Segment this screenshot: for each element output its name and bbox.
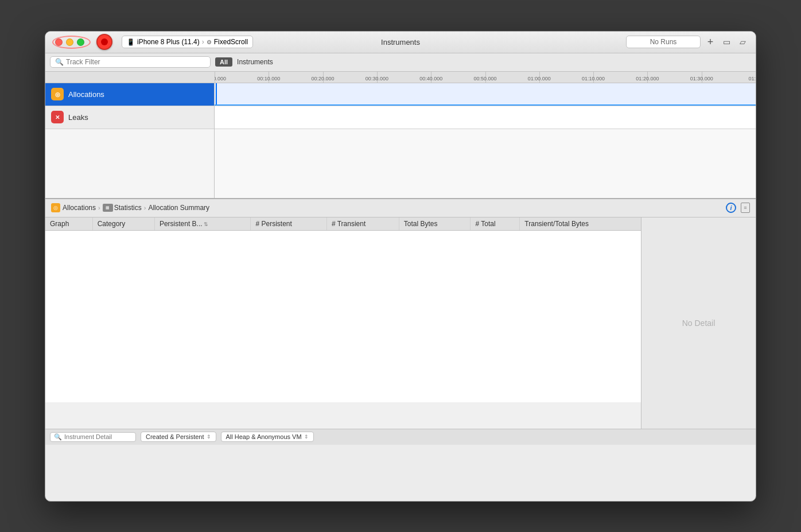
allocations-track-row [215, 83, 756, 106]
tracks-empty-sidebar [45, 129, 214, 198]
chevron-right-icon: › [202, 38, 204, 46]
view-mode-2-button[interactable]: ▱ [736, 36, 749, 48]
col-num-transient: # Transient [326, 218, 399, 231]
breadcrumb-sep-1: › [98, 204, 100, 211]
allocations-icon: ◎ [51, 88, 64, 100]
heap-filter-arrow: ⇕ [304, 434, 309, 440]
col-num-total: # Total [471, 218, 520, 231]
col-transient-total: Transient/Total Bytes [520, 218, 641, 231]
record-button[interactable] [96, 34, 112, 50]
table-body [45, 230, 641, 402]
ruler-tick-label: 00:40.000 [419, 76, 442, 81]
target-label: FixedScroll [214, 38, 248, 46]
ruler-tick-label: 00:10.000 [257, 76, 280, 81]
heap-filter-label: All Heap & Anonymous VM [226, 433, 302, 440]
track-leaks[interactable]: ✕ Leaks [45, 106, 214, 129]
no-detail-label: No Detail [682, 319, 716, 328]
info-button[interactable]: i [726, 203, 736, 213]
table-main[interactable]: Graph Category Persistent B...⇅ # Persis… [45, 218, 641, 429]
search-icon: 🔍 [55, 58, 64, 66]
allocations-track-line [215, 83, 756, 106]
col-persistent-bytes[interactable]: Persistent B...⇅ [154, 218, 251, 231]
ruler-tick-label: 00:30.000 [365, 76, 388, 81]
tracks-container: ◎ Allocations ✕ Leaks [45, 83, 756, 198]
close-button[interactable] [55, 38, 63, 46]
detail-panel: No Detail [641, 218, 756, 429]
timeline-ruler: 00:00.00000:10.00000:20.00000:30.00000:4… [45, 72, 756, 83]
doc-lines-icon: ≡ [744, 205, 746, 211]
instruments-window: 📱 iPhone 8 Plus (11.4) › ⚙ FixedScroll I… [45, 31, 756, 502]
breadcrumb-icon: ◎ [51, 203, 60, 212]
cpu-icon: ⚙ [207, 39, 212, 45]
instrument-detail-input[interactable] [64, 433, 132, 440]
breadcrumb-sep-2: › [144, 204, 146, 211]
ruler-tick-label: 01:10.000 [582, 76, 605, 81]
tracks-sidebar: ◎ Allocations ✕ Leaks [45, 83, 215, 198]
search-box: 🔍 [50, 56, 211, 68]
export-button[interactable]: ≡ [741, 203, 750, 213]
leaks-track-row [215, 106, 756, 129]
all-filter-button[interactable]: All [215, 57, 232, 67]
persistence-filter-button[interactable]: Created & Persistent ⇕ [141, 432, 216, 442]
titlebar: 📱 iPhone 8 Plus (11.4) › ⚙ FixedScroll I… [45, 32, 756, 53]
col-graph: Graph [45, 218, 92, 231]
detail-header-right: i ≡ [726, 203, 750, 213]
ruler-tick-label: 00:00.000 [215, 76, 226, 81]
col-num-persistent: # Persistent [251, 218, 326, 231]
breadcrumb: ◎ Allocations › ▦ Statistics › Allocatio… [51, 203, 209, 212]
bottom-search-icon: 🔍 [54, 433, 62, 441]
track-allocations[interactable]: ◎ Allocations [45, 83, 214, 106]
maximize-button[interactable] [77, 38, 84, 46]
persistence-filter-arrow: ⇕ [207, 434, 211, 440]
statistics-icon: ▦ [103, 204, 113, 212]
allocations-table: Graph Category Persistent B...⇅ # Persis… [45, 218, 641, 403]
device-selector[interactable]: 📱 iPhone 8 Plus (11.4) › ⚙ FixedScroll [122, 36, 253, 48]
table-container: Graph Category Persistent B...⇅ # Persis… [45, 218, 756, 429]
breadcrumb-statistics[interactable]: Statistics [114, 204, 142, 212]
view-mode-1-button[interactable]: ▭ [720, 36, 733, 48]
traffic-light-ring [52, 36, 91, 49]
persistence-filter-label: Created & Persistent [146, 433, 204, 440]
record-icon [101, 38, 108, 45]
toolbar: 🔍 All Instruments [45, 53, 756, 72]
leaks-label: Leaks [68, 113, 88, 122]
tracks-timeline[interactable] [215, 83, 756, 198]
titlebar-right: No Runs + ▭ ▱ [626, 36, 749, 48]
detail-area: ◎ Allocations › ▦ Statistics › Allocatio… [45, 198, 756, 445]
leaks-icon: ✕ [51, 111, 64, 123]
timeline-empty-area [215, 129, 756, 198]
device-icon: 📱 [127, 38, 135, 46]
instruments-label: Instruments [237, 58, 273, 66]
track-filter-input[interactable] [66, 58, 205, 66]
ruler-tick-label: 01:30.000 [690, 76, 713, 81]
breadcrumb-allocation-summary[interactable]: Allocation Summary [148, 204, 209, 212]
traffic-lights [55, 38, 84, 46]
titlebar-left: 📱 iPhone 8 Plus (11.4) › ⚙ FixedScroll [52, 34, 253, 50]
ruler-tick-label: 00:20.000 [312, 76, 335, 81]
ruler-tick-label: 01:40. [748, 76, 756, 81]
empty-row [45, 230, 641, 402]
col-category: Category [92, 218, 154, 231]
ruler-ticks: 00:00.00000:10.00000:20.00000:30.00000:4… [215, 72, 756, 83]
window-title: Instruments [381, 38, 420, 46]
ruler-tick-label: 00:50.000 [473, 76, 496, 81]
allocations-label: Allocations [68, 90, 104, 99]
device-label: iPhone 8 Plus (11.4) [137, 38, 200, 46]
runs-selector[interactable]: No Runs [626, 36, 701, 48]
ruler-tick-label: 01:20.000 [636, 76, 659, 81]
add-instrument-button[interactable]: + [704, 36, 717, 48]
stats-breadcrumb: ▦ Statistics [103, 204, 142, 212]
col-total-bytes: Total Bytes [399, 218, 471, 231]
breadcrumb-alloc-icon: ◎ [53, 205, 58, 211]
heap-filter-button[interactable]: All Heap & Anonymous VM ⇕ [221, 432, 314, 442]
breadcrumb-allocations[interactable]: Allocations [63, 204, 96, 212]
playhead [216, 83, 217, 106]
bottom-search-box: 🔍 [50, 432, 136, 442]
minimize-button[interactable] [66, 38, 73, 46]
detail-header: ◎ Allocations › ▦ Statistics › Allocatio… [45, 199, 756, 218]
bottom-bar: 🔍 Created & Persistent ⇕ All Heap & Anon… [45, 429, 756, 445]
ruler-tick-label: 01:00.000 [528, 76, 551, 81]
